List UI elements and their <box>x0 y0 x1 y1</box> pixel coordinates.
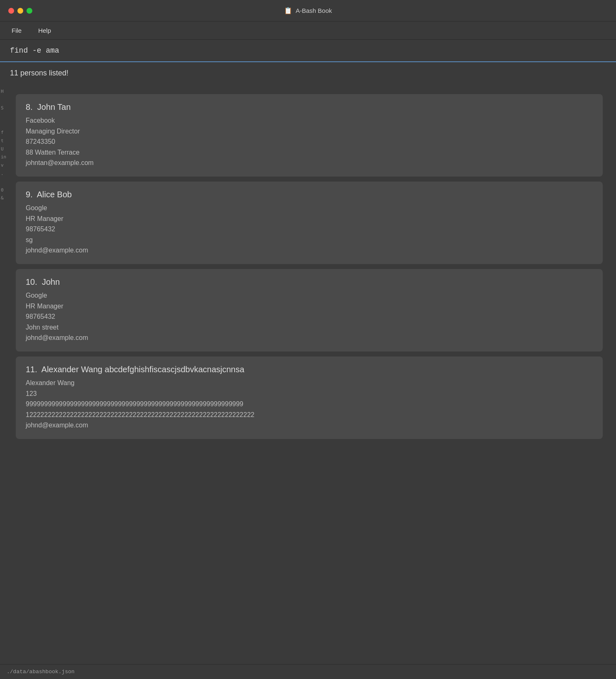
contact-card-8: 8. John Tan Facebook Managing Director 8… <box>16 94 603 177</box>
status-text: 11 persons listed! <box>10 69 68 77</box>
status-bar: 11 persons listed! <box>0 62 616 87</box>
contact-email-10: johnd@example.com <box>26 332 593 343</box>
contact-company-10: Google <box>26 290 593 301</box>
contact-address-9: sg <box>26 235 593 245</box>
contact-card-10: 10. John Google HR Manager 98765432 John… <box>16 269 603 352</box>
contact-name-8: 8. John Tan <box>26 102 593 112</box>
minimize-button[interactable] <box>17 8 23 14</box>
contact-company-9: Google <box>26 203 593 213</box>
contact-phone-11: 9999999999999999999999999999999999999999… <box>26 399 593 410</box>
contact-role-9: HR Manager <box>26 213 593 224</box>
traffic-lights <box>8 8 32 14</box>
left-panel: H S f t U in v . 0 & <box>0 87 9 664</box>
main-content: H S f t U in v . 0 & 8. John Tan Faceboo <box>0 87 616 664</box>
bottom-bar-path: ./data/abashbook.json <box>7 669 75 675</box>
contact-phone-8: 87243350 <box>26 136 593 147</box>
contact-name-9: 9. Alice Bob <box>26 190 593 199</box>
contact-role-10: HR Manager <box>26 301 593 312</box>
contact-name-10: 10. John <box>26 277 593 287</box>
menu-file[interactable]: File <box>8 25 25 36</box>
contact-address-8: 88 Watten Terrace <box>26 147 593 158</box>
close-button[interactable] <box>8 8 14 14</box>
contacts-scroll[interactable]: 8. John Tan Facebook Managing Director 8… <box>16 94 609 657</box>
menu-help[interactable]: Help <box>35 25 54 36</box>
bottom-bar: ./data/abashbook.json <box>0 664 616 679</box>
search-input[interactable] <box>10 46 606 55</box>
contact-address-10: John street <box>26 322 593 333</box>
title-bar: 📋 A-Bash Book <box>0 0 616 22</box>
contact-role-11: 123 <box>26 388 593 399</box>
contact-phone-10: 98765432 <box>26 311 593 322</box>
contact-email-9: johnd@example.com <box>26 245 593 256</box>
title-text: A-Bash Book <box>296 7 332 14</box>
contact-company-11: Alexander Wang <box>26 378 593 388</box>
app-icon: 📋 <box>284 7 292 15</box>
app-title: 📋 A-Bash Book <box>284 7 332 15</box>
search-bar <box>0 40 616 62</box>
contact-address-11: 1222222222222222222222222222222222222222… <box>26 410 593 420</box>
maximize-button[interactable] <box>27 8 32 14</box>
contact-card-9: 9. Alice Bob Google HR Manager 98765432 … <box>16 182 603 264</box>
left-panel-chars: H S f t U in v . 0 & <box>1 87 6 202</box>
contact-email-11: johnd@example.com <box>26 420 593 431</box>
contact-name-11: 11. Alexander Wang abcdefghishfiscascjsd… <box>26 365 593 374</box>
contact-phone-9: 98765432 <box>26 224 593 235</box>
contact-email-8: johntan@example.com <box>26 158 593 168</box>
contact-role-8: Managing Director <box>26 126 593 137</box>
contact-card-11: 11. Alexander Wang abcdefghishfiscascjsd… <box>16 356 603 439</box>
menu-bar: File Help <box>0 22 616 40</box>
contact-company-8: Facebook <box>26 115 593 126</box>
contact-list-area: 8. John Tan Facebook Managing Director 8… <box>9 87 616 664</box>
